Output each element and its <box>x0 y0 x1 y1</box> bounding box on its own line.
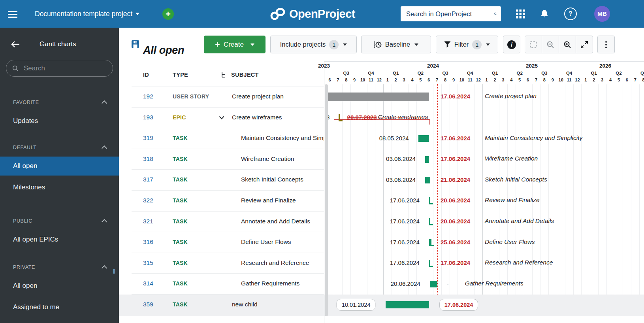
column-header-type[interactable]: TYPE <box>173 72 188 78</box>
gantt-end-date-label: 20.06.2024 <box>441 218 470 225</box>
work-package-subject: Gather Requirements <box>241 280 324 287</box>
table-row[interactable]: 319TASKMaintain Consistency and Simplici… <box>132 128 324 149</box>
global-search-input[interactable] <box>405 10 494 18</box>
month-gridline <box>598 84 599 295</box>
work-package-id-link[interactable]: 319 <box>143 134 153 142</box>
dashed-selection-icon <box>530 41 537 48</box>
global-search[interactable] <box>401 6 501 21</box>
table-row[interactable]: 317TASKSketch Initial Concepts <box>132 170 324 191</box>
table-row[interactable]: 318TASKWireframe Creation <box>132 149 324 170</box>
work-package-type: TASK <box>173 176 188 183</box>
gantt-start-date-label: 17.06.2024 <box>360 197 420 204</box>
top-navigation-bar: Documentation template project + OpenPro… <box>0 0 644 28</box>
gantt-bar-bracket[interactable] <box>339 114 340 121</box>
work-package-id-link[interactable]: 359 <box>143 301 153 308</box>
chevron-up-icon[interactable] <box>102 145 107 151</box>
table-row[interactable]: 193EPICCreate wireframes <box>132 108 324 128</box>
timeline-month-label: 8 <box>345 77 347 82</box>
chevron-down-icon <box>343 43 347 46</box>
openproject-logo[interactable]: OpenProject <box>270 0 355 28</box>
project-selector[interactable]: Documentation template project <box>35 0 139 28</box>
gantt-bar[interactable] <box>386 301 429 308</box>
gantt-bar-bracket[interactable] <box>429 239 431 246</box>
apps-grid-icon[interactable] <box>516 0 525 28</box>
work-package-id-link[interactable]: 318 <box>143 155 153 162</box>
timeline-month-label: 7 <box>337 77 339 82</box>
chevron-up-icon[interactable] <box>102 100 107 106</box>
start-date-pill[interactable]: 10.01.2024 <box>337 299 376 311</box>
zoom-in-button[interactable] <box>559 36 576 53</box>
sidebar-item-all-open-epics[interactable]: All open EPICs <box>0 230 119 249</box>
sidebar-item-milestones[interactable]: Milestones <box>0 178 119 197</box>
search-icon[interactable] <box>494 10 497 18</box>
sidebar-item-all-open[interactable]: All open <box>0 276 119 295</box>
settings-kebab-button[interactable] <box>597 36 615 53</box>
timeline-quarter-label: Q1 <box>393 71 399 76</box>
table-row[interactable]: 315TASKResearch and Reference <box>132 253 324 274</box>
month-gridline <box>573 84 574 295</box>
sidebar-item-updates[interactable]: Updates <box>0 111 119 130</box>
chevron-up-icon[interactable] <box>102 265 107 271</box>
work-package-id-link[interactable]: 317 <box>143 176 153 183</box>
gantt-bar[interactable] <box>425 156 429 163</box>
vertical-scrollbar[interactable] <box>325 84 328 316</box>
work-package-id-link[interactable]: 193 <box>143 114 153 121</box>
table-row[interactable]: 192USER STORYCreate project plan <box>132 87 324 108</box>
include-projects-label: Include projects <box>280 41 326 48</box>
work-package-id-link[interactable]: 315 <box>143 259 153 266</box>
gantt-start-date-label: 17.06.2024 <box>360 218 420 225</box>
table-row[interactable]: 322TASKReview and Finalize <box>132 191 324 212</box>
timeline-year-label: 2025 <box>526 63 538 69</box>
work-package-id-link[interactable]: 316 <box>143 238 153 246</box>
column-header-id[interactable]: ID <box>143 72 149 78</box>
gantt-bar-bracket[interactable] <box>429 218 430 225</box>
activate-zoom-button[interactable] <box>525 36 542 53</box>
help-icon[interactable]: ? <box>564 0 577 28</box>
global-add-button[interactable]: + <box>162 8 174 20</box>
zoom-auto-fit-button[interactable] <box>576 36 593 53</box>
gantt-bar-bracket[interactable] <box>429 197 430 204</box>
sidebar-resize-handle[interactable]: ‖ <box>113 268 116 275</box>
info-button[interactable]: i <box>503 36 520 53</box>
table-row[interactable]: 321TASKAnnotate and Add Details <box>132 212 324 232</box>
gantt-bar-bracket[interactable] <box>429 260 430 267</box>
chevron-down-icon <box>136 13 139 15</box>
hierarchy-icon[interactable] <box>221 72 227 78</box>
sidebar-search[interactable] <box>6 60 113 77</box>
gantt-bar[interactable] <box>425 177 430 183</box>
zoom-out-button[interactable] <box>542 36 559 53</box>
conflict-line-tick-right <box>429 119 430 125</box>
sidebar-section-header: PRIVATE <box>0 261 119 273</box>
back-arrow-icon[interactable] <box>11 41 20 48</box>
work-package-id-link[interactable]: 321 <box>143 218 153 225</box>
timeline-month-label: 8 <box>642 77 644 82</box>
gantt-start-date-label: 03.06.2024 <box>356 155 416 162</box>
save-icon[interactable] <box>132 40 139 48</box>
create-button[interactable]: + Create <box>204 36 266 53</box>
work-package-id-link[interactable]: 322 <box>143 197 153 204</box>
end-date-pill[interactable]: 17.06.2024 <box>439 299 478 311</box>
hamburger-menu-icon[interactable] <box>8 9 17 18</box>
sidebar-item-assigned-to-me[interactable]: Assigned to me <box>0 298 119 317</box>
table-row[interactable]: 314TASKGather Requirements <box>132 274 324 295</box>
include-projects-button[interactable]: Include projects 1 <box>270 36 357 53</box>
collapse-chevron-icon[interactable] <box>219 116 224 119</box>
gantt-bar[interactable] <box>430 281 437 287</box>
gantt-bar[interactable] <box>326 93 429 101</box>
table-row[interactable]: 359TASKnew child <box>132 295 324 315</box>
gantt-bar[interactable] <box>418 135 429 142</box>
sidebar-item-label: All open EPICs <box>13 236 58 244</box>
work-package-id-link[interactable]: 314 <box>143 280 153 287</box>
column-header-subject[interactable]: SUBJECT <box>231 72 259 78</box>
month-gridline <box>458 84 458 295</box>
filter-button[interactable]: Filter 1 <box>436 36 498 53</box>
notifications-bell-icon[interactable] <box>540 0 549 28</box>
table-row[interactable]: 316TASKDefine User Flows <box>132 232 324 253</box>
user-avatar[interactable]: MB <box>594 6 610 22</box>
timeline-month-label: 3 <box>403 77 405 82</box>
work-package-id-link[interactable]: 192 <box>143 93 153 100</box>
chevron-up-icon[interactable] <box>102 219 107 225</box>
baseline-button[interactable]: Baseline <box>361 36 431 53</box>
sidebar-item-all-open[interactable]: All open <box>0 157 119 176</box>
sidebar-search-input[interactable] <box>23 64 104 73</box>
